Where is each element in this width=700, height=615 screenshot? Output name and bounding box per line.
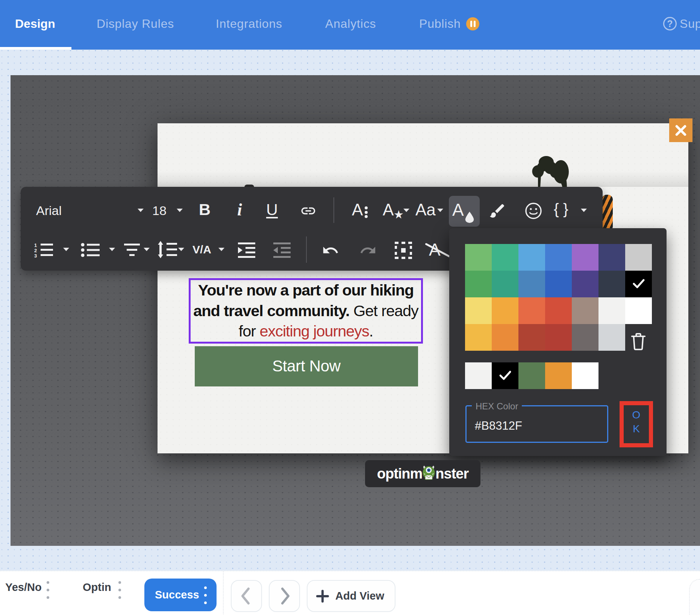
svg-text:3: 3 <box>34 253 37 258</box>
svg-text:1: 1 <box>34 242 37 248</box>
svg-text:2: 2 <box>34 248 37 253</box>
